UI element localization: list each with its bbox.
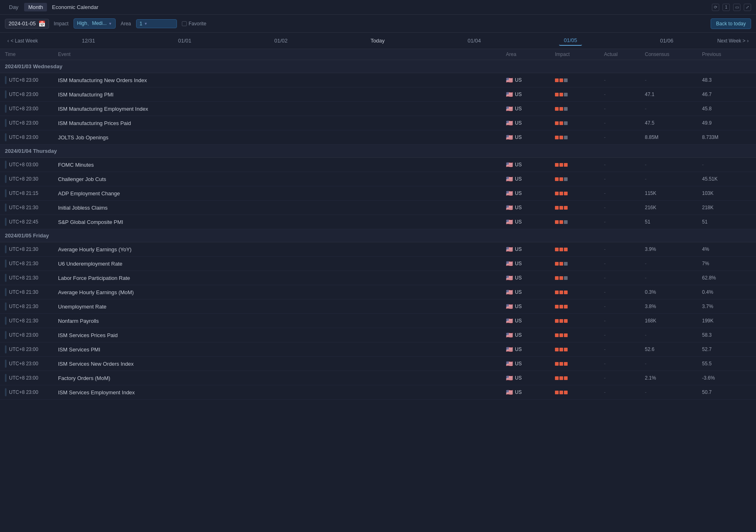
nav-date-12-31[interactable]: 12/31 (77, 36, 100, 45)
time-cell: UTC+8 21:30 (5, 274, 58, 282)
time-cell: UTC+8 21:30 (5, 288, 58, 296)
previous-value: 8.733M (702, 134, 751, 140)
nav-date-01-01[interactable]: 01/01 (173, 36, 197, 45)
actual-value: - (604, 361, 645, 367)
actual-value: - (604, 261, 645, 266)
view-tabs: Day Month (5, 3, 47, 11)
time-cell: UTC+8 23:00 (5, 388, 58, 396)
row-indicator (5, 175, 7, 183)
time-cell: UTC+8 21:30 (5, 302, 58, 311)
impact-bar-high (559, 121, 563, 125)
event-name: Average Hourly Earnings (MoM) (58, 289, 506, 295)
section-header-0: 2024/01/03 Wednesday (0, 60, 756, 73)
prev-week-button[interactable]: ‹ < Last Week (5, 38, 40, 44)
impact-bars (555, 93, 604, 96)
impact-bars (555, 78, 604, 82)
table-row[interactable]: UTC+8 23:00 ISM Manufacturing New Orders… (0, 73, 756, 87)
event-name: U6 Underemployment Rate (58, 261, 506, 267)
impact-filter[interactable]: High、Medi... ▼ (74, 18, 116, 29)
table-row[interactable]: UTC+8 21:15 ADP Employment Change 🇺🇸 US … (0, 186, 756, 201)
area-cell: 🇺🇸 US (506, 303, 555, 310)
table-row[interactable]: UTC+8 21:30 U6 Underemployment Rate 🇺🇸 U… (0, 257, 756, 271)
table-row[interactable]: UTC+8 23:00 Factory Orders (MoM) 🇺🇸 US -… (0, 371, 756, 385)
actual-value: - (604, 389, 645, 395)
area-code: US (515, 246, 522, 252)
next-week-button[interactable]: Next Week > › (715, 38, 751, 44)
favorite-checkbox[interactable] (182, 21, 187, 26)
table-header: Time Event Area Impact Actual Consensus … (0, 49, 756, 60)
row-indicator (5, 374, 7, 382)
tab-day[interactable]: Day (5, 3, 22, 11)
event-time: UTC+8 21:15 (9, 190, 38, 196)
previous-value: 103K (702, 190, 751, 196)
table-row[interactable]: UTC+8 23:00 ISM Manufacturing Employment… (0, 102, 756, 116)
area-cell: 🇺🇸 US (506, 246, 555, 253)
table-row[interactable]: UTC+8 03:00 FOMC Minutes 🇺🇸 US - - - (0, 158, 756, 172)
flag-icon: 🇺🇸 (506, 77, 513, 83)
row-indicator (5, 245, 7, 253)
table-row[interactable]: UTC+8 21:30 Average Hourly Earnings (YoY… (0, 242, 756, 257)
table-row[interactable]: UTC+8 21:30 Average Hourly Earnings (MoM… (0, 285, 756, 300)
table-row[interactable]: UTC+8 21:30 Labor Force Participation Ra… (0, 271, 756, 285)
table-row[interactable]: UTC+8 21:30 Unemployment Rate 🇺🇸 US - 3.… (0, 300, 756, 314)
refresh-button[interactable]: ⟳ (712, 4, 719, 11)
impact-bar-high (555, 177, 559, 181)
nav-date-01-06[interactable]: 01/06 (655, 36, 678, 45)
col-consensus: Consensus (645, 51, 702, 57)
col-time: Time (5, 51, 58, 57)
table-row[interactable]: UTC+8 21:30 Initial Jobless Claims 🇺🇸 US… (0, 201, 756, 215)
toolbar: 2024-01-05 📅 Impact High、Medi... ▼ Area … (0, 15, 756, 33)
row-indicator (5, 76, 7, 84)
impact-bars (555, 276, 604, 280)
impact-bars (555, 121, 604, 125)
table-row[interactable]: UTC+8 23:00 ISM Manufacturing PMI 🇺🇸 US … (0, 87, 756, 102)
layout1-button[interactable]: 1 (722, 4, 730, 11)
table-row[interactable]: UTC+8 22:45 S&P Global Composite PMI 🇺🇸 … (0, 215, 756, 229)
tab-month[interactable]: Month (24, 3, 47, 11)
impact-bar-high (559, 163, 563, 167)
area-code: US (515, 162, 522, 168)
favorite-checkbox-label[interactable]: Favorite (182, 21, 206, 27)
area-cell: 🇺🇸 US (506, 346, 555, 353)
impact-bar-high (559, 333, 563, 337)
favorite-label: Favorite (189, 21, 206, 27)
impact-bar-high (564, 248, 568, 251)
area-code: US (515, 120, 522, 126)
back-to-today-button[interactable]: Back to today (711, 18, 751, 29)
impact-bar-high (555, 362, 559, 366)
nav-date-Today[interactable]: Today (366, 36, 390, 45)
event-time: UTC+8 21:30 (9, 304, 38, 309)
date-picker[interactable]: 2024-01-05 📅 (5, 19, 49, 29)
impact-bars (555, 348, 604, 351)
nav-date-01-02[interactable]: 01/02 (269, 36, 293, 45)
area-cell: 🇺🇸 US (506, 204, 555, 211)
impact-bar-high (559, 206, 563, 210)
area-filter[interactable]: 1 ▼ (136, 19, 177, 28)
table-row[interactable]: UTC+8 23:00 ISM Services PMI 🇺🇸 US - 52.… (0, 342, 756, 357)
impact-bars (555, 291, 604, 294)
table-row[interactable]: UTC+8 23:00 ISM Services Prices Paid 🇺🇸 … (0, 328, 756, 342)
expand-button[interactable]: ⤢ (744, 4, 751, 11)
consensus-value: 52.6 (645, 346, 702, 352)
layout2-button[interactable]: ▭ (733, 4, 740, 11)
consensus-value: - (645, 389, 702, 395)
flag-icon: 🇺🇸 (506, 105, 513, 112)
date-value: 2024-01-05 (9, 20, 36, 27)
event-name: ISM Manufacturing New Orders Index (58, 77, 506, 83)
table-row[interactable]: UTC+8 21:30 Nonfarm Payrolls 🇺🇸 US - 168… (0, 314, 756, 328)
table-row[interactable]: UTC+8 23:00 ISM Services New Orders Inde… (0, 357, 756, 371)
table-row[interactable]: UTC+8 23:00 ISM Manufacturing Prices Pai… (0, 116, 756, 130)
event-time: UTC+8 03:00 (9, 162, 38, 168)
nav-date-01-04[interactable]: 01/04 (463, 36, 486, 45)
impact-bars (555, 333, 604, 337)
nav-date-01-05[interactable]: 01/05 (559, 36, 582, 46)
event-time: UTC+8 23:00 (9, 92, 38, 97)
impact-bar-high (555, 276, 559, 280)
impact-bar-high (559, 78, 563, 82)
table-row[interactable]: UTC+8 23:00 JOLTS Job Openings 🇺🇸 US - 8… (0, 130, 756, 145)
table-row[interactable]: UTC+8 20:30 Challenger Job Cuts 🇺🇸 US - … (0, 172, 756, 186)
impact-bar-low (564, 78, 568, 82)
table-row[interactable]: UTC+8 23:00 ISM Services Employment Inde… (0, 385, 756, 400)
event-name: FOMC Minutes (58, 162, 506, 168)
impact-bars (555, 248, 604, 251)
